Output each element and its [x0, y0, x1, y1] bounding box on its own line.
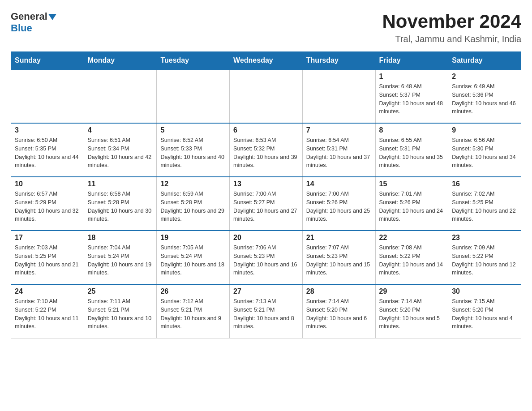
weekday-header-wednesday: Wednesday [230, 52, 303, 70]
day-info: Sunrise: 7:01 AMSunset: 5:26 PMDaylight:… [379, 190, 445, 223]
day-number: 18 [88, 234, 153, 242]
day-info: Sunrise: 7:04 AMSunset: 5:24 PMDaylight:… [88, 244, 153, 277]
calendar-cell: 1Sunrise: 6:48 AMSunset: 5:37 PMDaylight… [375, 69, 448, 123]
calendar-cell: 5Sunrise: 6:52 AMSunset: 5:33 PMDaylight… [157, 123, 230, 177]
month-title: November 2024 [382, 11, 521, 32]
day-info: Sunrise: 6:51 AMSunset: 5:34 PMDaylight:… [88, 136, 153, 170]
weekday-header-tuesday: Tuesday [157, 52, 230, 70]
calendar-cell: 25Sunrise: 7:11 AMSunset: 5:21 PMDayligh… [84, 284, 157, 338]
calendar-cell: 24Sunrise: 7:10 AMSunset: 5:22 PMDayligh… [11, 284, 84, 338]
calendar-cell: 7Sunrise: 6:54 AMSunset: 5:31 PMDaylight… [302, 123, 375, 177]
day-info: Sunrise: 7:14 AMSunset: 5:20 PMDaylight:… [379, 297, 445, 331]
week-row-3: 10Sunrise: 6:57 AMSunset: 5:29 PMDayligh… [11, 177, 521, 231]
week-row-2: 3Sunrise: 6:50 AMSunset: 5:35 PMDaylight… [11, 123, 521, 177]
day-info: Sunrise: 7:07 AMSunset: 5:23 PMDaylight:… [306, 244, 372, 277]
day-number: 16 [452, 180, 517, 188]
calendar-cell: 9Sunrise: 6:56 AMSunset: 5:30 PMDaylight… [448, 123, 521, 177]
day-info: Sunrise: 7:02 AMSunset: 5:25 PMDaylight:… [452, 190, 517, 223]
day-number: 7 [306, 126, 372, 134]
calendar-cell [157, 69, 230, 123]
calendar-cell: 10Sunrise: 6:57 AMSunset: 5:29 PMDayligh… [11, 177, 84, 231]
day-info: Sunrise: 7:09 AMSunset: 5:22 PMDaylight:… [452, 244, 517, 277]
week-row-1: 1Sunrise: 6:48 AMSunset: 5:37 PMDaylight… [11, 69, 521, 123]
day-number: 12 [160, 180, 226, 188]
location-title: Tral, Jammu and Kashmir, India [382, 34, 521, 44]
day-number: 27 [233, 287, 299, 295]
weekday-header-row: SundayMondayTuesdayWednesdayThursdayFrid… [11, 52, 521, 70]
day-number: 13 [233, 180, 299, 188]
day-number: 25 [88, 287, 153, 295]
day-number: 9 [452, 126, 517, 134]
week-row-5: 24Sunrise: 7:10 AMSunset: 5:22 PMDayligh… [11, 284, 521, 338]
day-info: Sunrise: 6:59 AMSunset: 5:28 PMDaylight:… [160, 190, 226, 223]
week-row-4: 17Sunrise: 7:03 AMSunset: 5:25 PMDayligh… [11, 231, 521, 284]
day-number: 6 [233, 126, 299, 134]
weekday-header-thursday: Thursday [302, 52, 375, 70]
day-info: Sunrise: 6:52 AMSunset: 5:33 PMDaylight:… [160, 136, 226, 170]
day-info: Sunrise: 6:54 AMSunset: 5:31 PMDaylight:… [306, 136, 372, 170]
logo-triangle-icon [48, 14, 56, 20]
day-number: 14 [306, 180, 372, 188]
calendar-cell: 30Sunrise: 7:15 AMSunset: 5:20 PMDayligh… [448, 284, 521, 338]
calendar-cell: 20Sunrise: 7:06 AMSunset: 5:23 PMDayligh… [230, 231, 303, 284]
calendar-cell [84, 69, 157, 123]
day-info: Sunrise: 6:56 AMSunset: 5:30 PMDaylight:… [452, 136, 517, 170]
day-number: 21 [306, 234, 372, 242]
day-number: 20 [233, 234, 299, 242]
calendar-cell: 14Sunrise: 7:00 AMSunset: 5:26 PMDayligh… [302, 177, 375, 231]
day-info: Sunrise: 6:49 AMSunset: 5:36 PMDaylight:… [452, 82, 517, 116]
calendar-table: SundayMondayTuesdayWednesdayThursdayFrid… [11, 51, 521, 338]
calendar-cell: 15Sunrise: 7:01 AMSunset: 5:26 PMDayligh… [375, 177, 448, 231]
day-number: 15 [379, 180, 445, 188]
day-info: Sunrise: 7:08 AMSunset: 5:22 PMDaylight:… [379, 244, 445, 277]
calendar-cell: 27Sunrise: 7:13 AMSunset: 5:21 PMDayligh… [230, 284, 303, 338]
calendar-cell [230, 69, 303, 123]
day-number: 28 [306, 287, 372, 295]
day-number: 2 [452, 73, 517, 81]
calendar-cell: 17Sunrise: 7:03 AMSunset: 5:25 PMDayligh… [11, 231, 84, 284]
weekday-header-saturday: Saturday [448, 52, 521, 70]
day-number: 24 [15, 287, 80, 295]
day-info: Sunrise: 7:11 AMSunset: 5:21 PMDaylight:… [88, 297, 153, 331]
calendar-cell: 22Sunrise: 7:08 AMSunset: 5:22 PMDayligh… [375, 231, 448, 284]
page-header: General Blue November 2024 Tral, Jammu a… [11, 11, 521, 44]
calendar-cell: 28Sunrise: 7:14 AMSunset: 5:20 PMDayligh… [302, 284, 375, 338]
calendar-cell: 8Sunrise: 6:55 AMSunset: 5:31 PMDaylight… [375, 123, 448, 177]
day-number: 29 [379, 287, 445, 295]
weekday-header-sunday: Sunday [11, 52, 84, 70]
day-number: 22 [379, 234, 445, 242]
logo: General Blue [11, 11, 56, 34]
day-number: 19 [160, 234, 226, 242]
day-info: Sunrise: 7:05 AMSunset: 5:24 PMDaylight:… [160, 244, 226, 277]
day-number: 1 [379, 73, 445, 81]
day-info: Sunrise: 6:48 AMSunset: 5:37 PMDaylight:… [379, 82, 445, 116]
day-info: Sunrise: 7:00 AMSunset: 5:26 PMDaylight:… [306, 190, 372, 223]
day-info: Sunrise: 7:10 AMSunset: 5:22 PMDaylight:… [15, 297, 80, 331]
day-info: Sunrise: 7:14 AMSunset: 5:20 PMDaylight:… [306, 297, 372, 331]
calendar-cell: 16Sunrise: 7:02 AMSunset: 5:25 PMDayligh… [448, 177, 521, 231]
calendar-cell: 21Sunrise: 7:07 AMSunset: 5:23 PMDayligh… [302, 231, 375, 284]
day-number: 30 [452, 287, 517, 295]
calendar-cell: 19Sunrise: 7:05 AMSunset: 5:24 PMDayligh… [157, 231, 230, 284]
day-info: Sunrise: 7:15 AMSunset: 5:20 PMDaylight:… [452, 297, 517, 331]
day-info: Sunrise: 7:00 AMSunset: 5:27 PMDaylight:… [233, 190, 299, 223]
calendar-cell: 11Sunrise: 6:58 AMSunset: 5:28 PMDayligh… [84, 177, 157, 231]
calendar-cell: 13Sunrise: 7:00 AMSunset: 5:27 PMDayligh… [230, 177, 303, 231]
day-info: Sunrise: 6:58 AMSunset: 5:28 PMDaylight:… [88, 190, 153, 223]
day-number: 11 [88, 180, 153, 188]
day-number: 17 [15, 234, 80, 242]
calendar-cell [11, 69, 84, 123]
day-info: Sunrise: 7:13 AMSunset: 5:21 PMDaylight:… [233, 297, 299, 331]
day-number: 3 [15, 126, 80, 134]
calendar-cell: 6Sunrise: 6:53 AMSunset: 5:32 PMDaylight… [230, 123, 303, 177]
calendar-cell: 18Sunrise: 7:04 AMSunset: 5:24 PMDayligh… [84, 231, 157, 284]
day-info: Sunrise: 6:50 AMSunset: 5:35 PMDaylight:… [15, 136, 80, 170]
day-number: 8 [379, 126, 445, 134]
logo-blue-text: Blue [11, 22, 32, 34]
calendar-cell: 4Sunrise: 6:51 AMSunset: 5:34 PMDaylight… [84, 123, 157, 177]
day-info: Sunrise: 6:55 AMSunset: 5:31 PMDaylight:… [379, 136, 445, 170]
calendar-cell: 26Sunrise: 7:12 AMSunset: 5:21 PMDayligh… [157, 284, 230, 338]
day-info: Sunrise: 6:57 AMSunset: 5:29 PMDaylight:… [15, 190, 80, 223]
logo-general-text: General [11, 11, 47, 22]
day-info: Sunrise: 7:06 AMSunset: 5:23 PMDaylight:… [233, 244, 299, 277]
